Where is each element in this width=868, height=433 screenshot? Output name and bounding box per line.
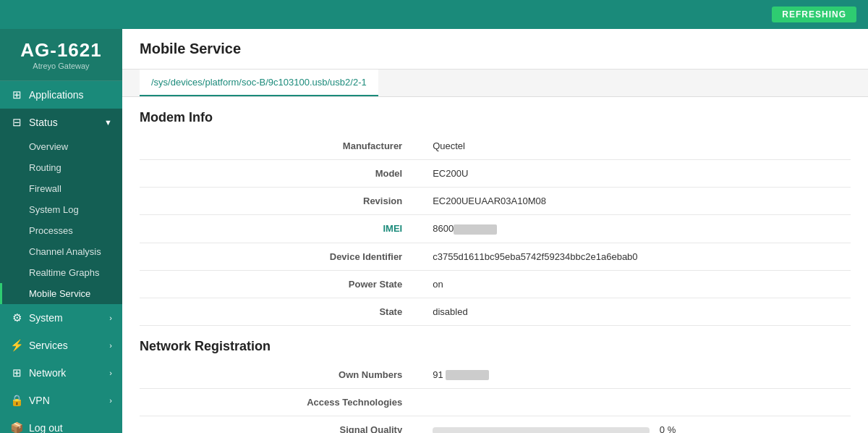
row-label: State (140, 298, 424, 325)
page-header: Mobile Service (122, 29, 868, 70)
chevron-right-icon: › (109, 396, 112, 405)
table-row-imei: IMEI 8600 (140, 215, 851, 243)
sidebar-item-label: Network (29, 367, 66, 379)
chevron-right-icon: › (109, 341, 112, 350)
sidebar: AG-1621 Atreyo Gateway ⊞ Applications ⊟ … (0, 29, 122, 433)
row-label: Signal Quality (140, 416, 424, 433)
table-row: Model EC200U (140, 160, 851, 188)
imei-blurred (454, 224, 497, 235)
chevron-right-icon: › (109, 369, 112, 377)
row-value (424, 389, 851, 416)
row-label: Power State (140, 270, 424, 298)
table-row-own-numbers: Own Numbers 91 (140, 361, 851, 389)
modem-info-table: Manufacturer Quectel Model EC200U Revisi… (140, 133, 851, 326)
table-row: State disabled (140, 298, 851, 325)
modem-info-title: Modem Info (140, 97, 851, 133)
sidebar-item-services[interactable]: ⚡ Services › (0, 332, 122, 359)
logo-area: AG-1621 Atreyo Gateway (0, 29, 122, 81)
network-icon: ⊞ (10, 366, 23, 379)
row-value: 91 (424, 361, 851, 389)
row-value: Quectel (424, 133, 851, 160)
page-title: Mobile Service (140, 41, 851, 57)
own-numbers-blurred (446, 370, 489, 380)
row-label: IMEI (140, 215, 424, 243)
network-registration-table: Own Numbers 91 Access Technologies Signa… (140, 361, 851, 433)
chevron-right-icon: › (109, 314, 112, 322)
table-row: Power State on (140, 270, 851, 298)
applications-icon: ⊞ (10, 88, 23, 101)
sidebar-sub-item-channel-analysis[interactable]: Channel Analysis (0, 241, 122, 262)
logout-icon: 📦 (10, 421, 23, 433)
vpn-icon: 🔒 (10, 394, 23, 407)
sidebar-item-logout[interactable]: 📦 Log out (0, 414, 122, 433)
sidebar-sub-item-firewall[interactable]: Firewall (0, 178, 122, 199)
row-label: Own Numbers (140, 361, 424, 389)
sidebar-item-label: Applications (29, 89, 84, 101)
sidebar-sub-item-mobile-service[interactable]: Mobile Service (0, 283, 122, 304)
table-row-access-tech: Access Technologies (140, 389, 851, 416)
sidebar-item-applications[interactable]: ⊞ Applications (0, 81, 122, 109)
main-content: Mobile Service /sys/devices/platform/soc… (122, 29, 868, 433)
tab-device-path[interactable]: /sys/devices/platform/soc-B/9c103100.usb… (140, 70, 378, 96)
row-label: Access Technologies (140, 389, 424, 416)
sidebar-item-label: System (29, 312, 63, 324)
sidebar-sub-item-overview[interactable]: Overview (0, 136, 122, 157)
sidebar-item-label: Log out (29, 422, 63, 433)
layout: AG-1621 Atreyo Gateway ⊞ Applications ⊟ … (0, 29, 868, 433)
sidebar-sub-item-system-log[interactable]: System Log (0, 199, 122, 220)
logo-title: AG-1621 (9, 39, 114, 62)
table-row: Revision EC200UEUAAR03A10M08 (140, 188, 851, 215)
row-label: Manufacturer (140, 133, 424, 160)
services-icon: ⚡ (10, 339, 23, 352)
row-value: on (424, 270, 851, 298)
table-row: Device Identifier c3755d1611bc95eba5742f… (140, 243, 851, 270)
sidebar-submenu-status: Overview Routing Firewall System Log Pro… (0, 136, 122, 304)
sidebar-sub-item-processes[interactable]: Processes (0, 220, 122, 241)
network-registration-title: Network Registration (140, 326, 851, 361)
topbar: REFRESHING (0, 0, 868, 29)
content-area: Modem Info Manufacturer Quectel Model EC… (122, 97, 868, 433)
sidebar-item-system[interactable]: ⚙ System › (0, 304, 122, 332)
status-icon: ⊟ (10, 116, 23, 129)
row-value: c3755d1611bc95eba5742f59234bbc2e1a6ebab0 (424, 243, 851, 270)
sidebar-item-label: Status (29, 117, 58, 128)
sidebar-sub-item-realtime-graphs[interactable]: Realtime Graphs (0, 262, 122, 283)
system-icon: ⚙ (10, 311, 23, 324)
table-row-signal-quality: Signal Quality 0 % (140, 416, 851, 433)
tab-bar: /sys/devices/platform/soc-B/9c103100.usb… (122, 70, 868, 97)
sidebar-sub-item-routing[interactable]: Routing (0, 157, 122, 178)
chevron-down-icon: ▼ (104, 118, 112, 127)
row-value-imei: 8600 (424, 215, 851, 243)
sidebar-item-vpn[interactable]: 🔒 VPN › (0, 387, 122, 414)
row-value-signal: 0 % (424, 416, 851, 433)
table-row: Manufacturer Quectel (140, 133, 851, 160)
row-label: Model (140, 160, 424, 188)
row-label: Revision (140, 188, 424, 215)
row-value: disabled (424, 298, 851, 325)
row-value: EC200UEUAAR03A10M08 (424, 188, 851, 215)
sidebar-item-label: VPN (29, 395, 50, 406)
sidebar-item-network[interactable]: ⊞ Network › (0, 359, 122, 387)
row-value: EC200U (424, 160, 851, 188)
refresh-button[interactable]: REFRESHING (772, 7, 856, 22)
signal-progress-bar (433, 427, 650, 433)
signal-quality-value: 0 % (660, 424, 676, 433)
sidebar-item-label: Services (29, 340, 68, 351)
imei-link[interactable]: IMEI (383, 223, 402, 234)
logo-subtitle: Atreyo Gateway (9, 62, 114, 70)
row-label: Device Identifier (140, 243, 424, 270)
sidebar-item-status[interactable]: ⊟ Status ▼ (0, 109, 122, 136)
